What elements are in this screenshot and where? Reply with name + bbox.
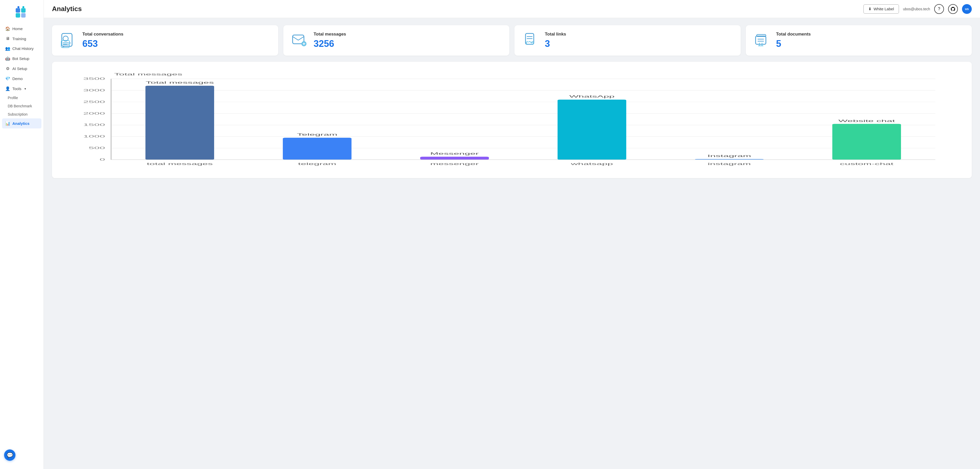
sidebar-item-label: Analytics xyxy=(12,121,30,126)
svg-text:Messenger: Messenger xyxy=(430,152,479,156)
header-right: ⬇ White Label ubos@ubos.tech ? us xyxy=(864,4,972,14)
stat-value-messages: 3256 xyxy=(314,38,502,49)
svg-text:500: 500 xyxy=(89,146,105,150)
chat-history-icon: 👥 xyxy=(5,46,10,51)
sidebar-item-ai-setup[interactable]: ⚙ AI Setup xyxy=(0,64,43,74)
stat-label-messages: Total messages xyxy=(314,32,502,37)
svg-text:3000: 3000 xyxy=(83,88,105,92)
chevron-down-icon: ▾ xyxy=(24,87,26,91)
stats-row: Total conversations 653 Total messages 3… xyxy=(52,25,972,56)
svg-text:messenger: messenger xyxy=(430,162,479,166)
svg-text:Instagram: Instagram xyxy=(708,154,751,158)
sidebar-item-home[interactable]: 🏠 Home xyxy=(0,24,43,34)
links-icon xyxy=(522,32,540,49)
svg-rect-0 xyxy=(16,8,20,13)
stat-value-documents: 5 xyxy=(776,38,965,49)
messages-icon xyxy=(291,32,309,49)
github-icon xyxy=(950,6,956,11)
bar-chart: 0500100015002000250030003500Total messag… xyxy=(58,69,966,172)
chat-bubble-icon: 💬 xyxy=(7,452,13,458)
sidebar-item-subscription[interactable]: Subscription xyxy=(0,110,43,118)
sidebar-item-label: Home xyxy=(12,27,23,31)
demo-icon: 💎 xyxy=(5,76,10,81)
logo-icon xyxy=(14,6,30,19)
svg-text:1000: 1000 xyxy=(83,135,105,138)
sidebar-item-chat-history[interactable]: 👥 Chat History xyxy=(0,43,43,54)
sidebar-item-tools[interactable]: 👤 Tools ▾ xyxy=(0,84,43,94)
main-content: Analytics ⬇ White Label ubos@ubos.tech ?… xyxy=(44,0,980,469)
help-icon: ? xyxy=(938,7,940,11)
sidebar-bottom: 💬 xyxy=(0,445,43,465)
white-label-button[interactable]: ⬇ White Label xyxy=(864,5,899,14)
sidebar-item-demo[interactable]: 💎 Demo xyxy=(0,74,43,84)
svg-text:2500: 2500 xyxy=(83,100,105,103)
help-button[interactable]: ? xyxy=(934,4,944,14)
stat-info-documents: Total documents 5 xyxy=(776,32,965,49)
sidebar-item-db-benchmark[interactable]: DB Benchmark xyxy=(0,102,43,110)
training-icon: 🖥 xyxy=(5,36,10,41)
stat-value-links: 3 xyxy=(545,38,733,49)
svg-rect-1 xyxy=(21,8,25,13)
svg-text:1500: 1500 xyxy=(83,123,105,127)
stat-label-conversations: Total conversations xyxy=(82,32,271,37)
sidebar-item-label: Training xyxy=(12,37,26,41)
svg-text:whatsapp: whatsapp xyxy=(571,162,613,166)
stat-card-conversations: Total conversations 653 xyxy=(52,25,278,56)
svg-text:total messages: total messages xyxy=(147,162,213,166)
svg-text:0: 0 xyxy=(100,158,105,161)
sidebar-item-label: Chat History xyxy=(12,46,34,51)
white-label-label: White Label xyxy=(874,7,894,11)
github-button[interactable] xyxy=(948,4,958,14)
sidebar-item-label: AI Setup xyxy=(12,67,27,71)
svg-text:Total messages: Total messages xyxy=(114,72,182,76)
svg-text:WhatsApp: WhatsApp xyxy=(569,95,614,99)
tools-icon: 👤 xyxy=(5,86,10,91)
sidebar-item-label: Demo xyxy=(12,76,23,81)
sidebar-item-training[interactable]: 🖥 Training xyxy=(0,34,43,43)
stat-label-links: Total links xyxy=(545,32,733,37)
svg-point-4 xyxy=(17,6,19,8)
sidebar-item-bot-setup[interactable]: 🤖 Bot Setup xyxy=(0,54,43,64)
stat-info-messages: Total messages 3256 xyxy=(314,32,502,49)
svg-rect-47 xyxy=(283,138,352,160)
sidebar-item-profile[interactable]: Profile xyxy=(0,94,43,102)
db-benchmark-label: DB Benchmark xyxy=(8,104,32,108)
svg-text:Website chat: Website chat xyxy=(838,119,895,122)
svg-rect-59 xyxy=(832,124,901,160)
header: Analytics ⬇ White Label ubos@ubos.tech ?… xyxy=(44,0,980,18)
svg-text:custom-chat: custom-chat xyxy=(840,162,894,166)
stat-info-conversations: Total conversations 653 xyxy=(82,32,271,49)
svg-rect-50 xyxy=(420,157,489,160)
svg-rect-3 xyxy=(21,13,25,17)
stat-card-messages: Total messages 3256 xyxy=(283,25,509,56)
home-icon: 🏠 xyxy=(5,26,10,31)
chart-wrapper: 0500100015002000250030003500Total messag… xyxy=(58,69,966,172)
page-title: Analytics xyxy=(52,5,82,13)
user-initials: us xyxy=(965,7,969,11)
stat-label-documents: Total documents xyxy=(776,32,965,37)
download-icon: ⬇ xyxy=(868,7,872,11)
stat-card-documents: Total documents 5 xyxy=(746,25,972,56)
sidebar-item-label: Bot Setup xyxy=(12,56,29,61)
bot-setup-icon: 🤖 xyxy=(5,56,10,61)
svg-text:3500: 3500 xyxy=(83,77,105,81)
svg-point-5 xyxy=(22,6,24,8)
svg-rect-20 xyxy=(756,36,766,44)
stat-card-links: Total links 3 xyxy=(514,25,741,56)
sidebar-item-analytics[interactable]: 📊 Analytics xyxy=(2,118,41,129)
conversations-icon xyxy=(59,32,77,49)
user-email: ubos@ubos.tech xyxy=(903,7,930,11)
svg-text:Telegram: Telegram xyxy=(297,133,337,137)
stat-info-links: Total links 3 xyxy=(545,32,733,49)
subscription-label: Subscription xyxy=(8,112,27,116)
svg-rect-44 xyxy=(145,86,214,160)
ai-setup-icon: ⚙ xyxy=(5,66,10,71)
svg-rect-2 xyxy=(16,13,20,17)
sidebar-item-label: Tools xyxy=(12,86,21,91)
svg-text:2000: 2000 xyxy=(83,111,105,115)
user-avatar[interactable]: us xyxy=(962,4,972,14)
svg-rect-21 xyxy=(757,35,766,37)
chart-card: 0500100015002000250030003500Total messag… xyxy=(52,62,972,178)
svg-text:Total messages: Total messages xyxy=(146,81,214,84)
chat-bubble-button[interactable]: 💬 xyxy=(4,450,16,461)
